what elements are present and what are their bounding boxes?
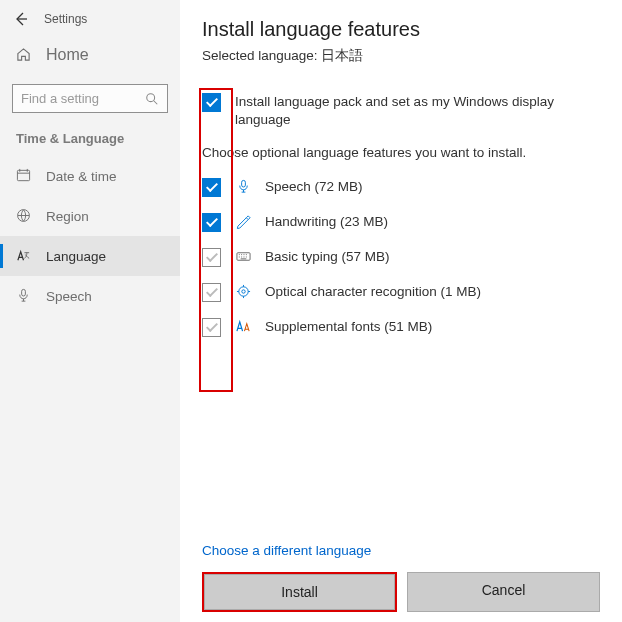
optional-features-text: Choose optional language features you wa… <box>202 137 600 170</box>
sidebar-item-language[interactable]: Language <box>0 236 180 276</box>
feature-row-speech: Speech (72 MB) <box>202 170 600 205</box>
install-pack-row: Install language pack and set as my Wind… <box>202 85 600 137</box>
feature-row-handwriting: Handwriting (23 MB) <box>202 205 600 240</box>
fonts-checkbox[interactable] <box>202 318 221 337</box>
search-input[interactable]: Find a setting <box>12 84 168 113</box>
ocr-checkbox[interactable] <box>202 283 221 302</box>
search-placeholder: Find a setting <box>21 91 99 106</box>
sidebar-item-label: Speech <box>46 289 92 304</box>
svg-point-7 <box>241 290 244 293</box>
globe-icon <box>16 208 32 224</box>
page-title: Install language features <box>202 18 600 41</box>
sidebar-heading: Time & Language <box>0 121 180 156</box>
sidebar-item-datetime[interactable]: Date & time <box>0 156 180 196</box>
choose-different-language-link[interactable]: Choose a different language <box>202 535 600 566</box>
fonts-icon <box>235 318 251 334</box>
feature-label: Basic typing (57 MB) <box>265 248 390 266</box>
keyboard-icon <box>235 248 251 264</box>
sidebar-title: Settings <box>44 12 87 26</box>
install-pack-label: Install language pack and set as my Wind… <box>235 93 600 129</box>
svg-rect-4 <box>241 180 245 187</box>
feature-label: Optical character recognition (1 MB) <box>265 283 481 301</box>
sidebar-item-region[interactable]: Region <box>0 196 180 236</box>
sidebar-item-label: Region <box>46 209 89 224</box>
sidebar-item-label: Language <box>46 249 106 264</box>
bottom-actions: Choose a different language Install Canc… <box>202 535 600 612</box>
feature-row-fonts: Supplemental fonts (51 MB) <box>202 310 600 345</box>
svg-rect-1 <box>17 170 29 180</box>
home-label: Home <box>46 46 89 64</box>
feature-row-ocr: Optical character recognition (1 MB) <box>202 275 600 310</box>
highlight-install-button: Install <box>202 572 397 612</box>
microphone-icon <box>16 288 32 304</box>
sidebar-item-speech[interactable]: Speech <box>0 276 180 316</box>
microphone-icon <box>235 178 251 194</box>
speech-checkbox[interactable] <box>202 178 221 197</box>
basic-typing-checkbox[interactable] <box>202 248 221 267</box>
settings-window: Settings Home Find a setting Time & Lang… <box>0 0 622 622</box>
main-panel: Install language features Selected langu… <box>180 0 622 622</box>
selected-language: Selected language: 日本語 <box>202 47 600 65</box>
handwriting-icon <box>235 213 251 229</box>
button-row: Install Cancel <box>202 572 600 612</box>
install-pack-checkbox[interactable] <box>202 93 221 112</box>
svg-rect-3 <box>22 289 26 296</box>
ocr-icon <box>235 283 251 299</box>
sidebar-item-label: Date & time <box>46 169 117 184</box>
feature-label: Supplemental fonts (51 MB) <box>265 318 432 336</box>
calendar-clock-icon <box>16 168 32 184</box>
sidebar: Settings Home Find a setting Time & Lang… <box>0 0 180 622</box>
cancel-button[interactable]: Cancel <box>407 572 600 612</box>
feature-label: Handwriting (23 MB) <box>265 213 388 231</box>
install-button[interactable]: Install <box>204 574 395 610</box>
search-icon <box>145 92 159 106</box>
sidebar-home[interactable]: Home <box>0 32 180 78</box>
svg-point-6 <box>238 287 247 296</box>
feature-row-basic-typing: Basic typing (57 MB) <box>202 240 600 275</box>
home-icon <box>16 47 32 63</box>
back-icon[interactable] <box>12 10 30 28</box>
feature-label: Speech (72 MB) <box>265 178 363 196</box>
sidebar-header: Settings <box>0 0 180 32</box>
handwriting-checkbox[interactable] <box>202 213 221 232</box>
svg-point-0 <box>147 93 155 101</box>
language-icon <box>16 248 32 264</box>
